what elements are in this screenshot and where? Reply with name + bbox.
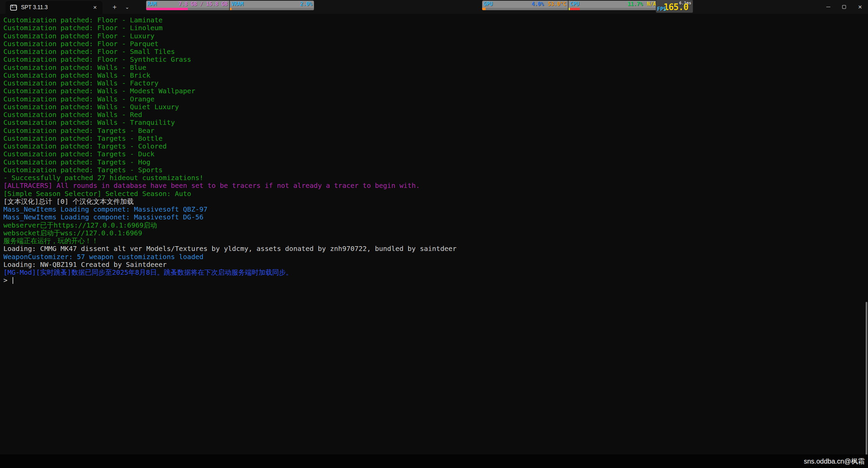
titlebar: C:\ SPT 3.11.3 ✕ ＋ ⌄ ✕ xyxy=(0,0,868,14)
minimize-icon xyxy=(826,7,830,7)
gpu-usage-value: 4.0% xyxy=(532,1,544,7)
cpu-label: CPU xyxy=(570,1,579,7)
ram-bar-fill xyxy=(146,8,188,10)
terminal-line: - Successfully patched 27 hideout custom… xyxy=(3,174,868,182)
command-prompt-icon: C:\ xyxy=(10,5,17,11)
scrollbar-thumb[interactable] xyxy=(866,302,867,467)
terminal-lines: Customization patched: Floor - LaminateC… xyxy=(3,16,868,276)
footer-bar: sns.oddba.cn@枫霜 xyxy=(0,454,868,468)
terminal-line: Customization patched: Floor - Linoleum xyxy=(3,24,868,32)
terminal-line: Mass_NewItems Loading componet: Massives… xyxy=(3,213,868,221)
cpu-usage-value: 11.7% xyxy=(628,1,643,7)
terminal-line: 服务端正在运行，玩的开心！！ xyxy=(3,237,868,245)
terminal-line: Customization patched: Walls - Modest Wa… xyxy=(3,87,868,95)
tab-close-icon[interactable]: ✕ xyxy=(91,4,99,11)
terminal-line: Customization patched: Walls - Red xyxy=(3,111,868,119)
terminal-line: WeaponCustomizer: 57 weapon customizatio… xyxy=(3,253,868,261)
window-maximize-button[interactable] xyxy=(836,0,852,14)
terminal-line: Customization patched: Walls - Quiet Lux… xyxy=(3,103,868,111)
text-cursor xyxy=(13,277,13,284)
ram-monitor-widget: RAM 7.8 GB / 15.8 GB xyxy=(146,1,229,10)
vram-bar-track xyxy=(230,8,314,10)
fps-monitor-widget: 6.1ms 165.0 FPS xyxy=(656,0,693,13)
terminal-line: Customization patched: Targets - Sports xyxy=(3,166,868,174)
cpu-bar-fill xyxy=(570,8,580,10)
terminal-line: [Simple Season Selector] Selected Season… xyxy=(3,190,868,198)
terminal-output-area[interactable]: Customization patched: Floor - LaminateC… xyxy=(0,14,868,468)
terminal-line: [文本汉化]总计 [0] 个汉化文本文件加载 xyxy=(3,198,868,206)
terminal-line: Customization patched: Targets - Hog xyxy=(3,158,868,166)
fps-label: FPS xyxy=(657,6,666,12)
terminal-line: [ALLTRACERS] All rounds in database have… xyxy=(3,182,868,190)
prompt-chevron: > xyxy=(3,276,12,284)
vram-label: VRAM xyxy=(231,1,243,7)
gpu-temp-value: 53.0°C xyxy=(548,1,566,7)
terminal-line: Customization patched: Floor - Synthetic… xyxy=(3,56,868,63)
tab-title: SPT 3.11.3 xyxy=(21,4,91,11)
cpu-bar-track xyxy=(569,8,658,10)
terminal-line: webserver已于https://127.0.0.1:6969启动 xyxy=(3,221,868,229)
terminal-line: Mass_NewItems Loading componet: Massives… xyxy=(3,206,868,213)
tab-spt[interactable]: C:\ SPT 3.11.3 ✕ xyxy=(5,1,102,14)
terminal-line: Customization patched: Targets - Bear xyxy=(3,127,868,135)
gpu-monitor-widget: GPU 4.0% 53.0°C xyxy=(482,1,568,10)
terminal-line: Customization patched: Targets - Duck xyxy=(3,150,868,158)
terminal-line: Customization patched: Targets - Colored xyxy=(3,142,868,150)
maximize-icon xyxy=(842,5,846,9)
ram-value: 7.8 GB / 15.8 GB xyxy=(179,1,228,7)
cpu-temp-value: N/A xyxy=(647,1,656,7)
terminal-line: Customization patched: Walls - Blue xyxy=(3,64,868,72)
vram-value: 2.0% xyxy=(300,1,312,7)
terminal-line: Loading: CMMG MK47 dissent alt ver Model… xyxy=(3,245,868,253)
vram-monitor-widget: VRAM 2.0% xyxy=(230,1,314,10)
gpu-label: GPU xyxy=(484,1,493,7)
tab-dropdown-chevron-icon[interactable]: ⌄ xyxy=(121,0,133,14)
terminal-line: Customization patched: Floor - Luxury xyxy=(3,32,868,40)
terminal-line: Customization patched: Walls - Orange xyxy=(3,95,868,103)
terminal-line: Customization patched: Floor - Small Til… xyxy=(3,48,868,56)
terminal-line: [MG-Mod][实时跳蚤]数据已同步至2025年8月8日。跳蚤数据将在下次启动… xyxy=(3,269,868,276)
terminal-line: Customization patched: Walls - Factory xyxy=(3,79,868,87)
terminal-line: Customization patched: Walls - Brick xyxy=(3,72,868,79)
window-close-button[interactable]: ✕ xyxy=(852,0,868,14)
ram-bar-track xyxy=(146,8,229,10)
gpu-bar-track xyxy=(482,8,568,10)
ram-label: RAM xyxy=(147,1,157,7)
terminal-line: Customization patched: Walls - Tranquili… xyxy=(3,119,868,126)
terminal-line: Loading: NW-QBZ191 Created by Saintdeeer xyxy=(3,261,868,269)
terminal-line: Customization patched: Floor - Parquet xyxy=(3,40,868,48)
cpu-monitor-widget: CPU 11.7% N/A xyxy=(568,1,658,10)
gpu-bar-fill xyxy=(482,8,486,10)
terminal-line: websocket启动于wss://127.0.0.1:6969 xyxy=(3,229,868,237)
watermark-text: sns.oddba.cn@枫霜 xyxy=(804,457,865,466)
window-minimize-button[interactable] xyxy=(820,0,836,14)
terminal-line: Customization patched: Floor - Laminate xyxy=(3,16,868,24)
prompt-line: > xyxy=(3,276,868,284)
new-tab-button[interactable]: ＋ xyxy=(108,0,121,14)
fps-value: 165.0 xyxy=(664,2,688,12)
terminal-line: Customization patched: Targets - Bottle xyxy=(3,135,868,142)
vram-bar-fill xyxy=(230,8,232,10)
